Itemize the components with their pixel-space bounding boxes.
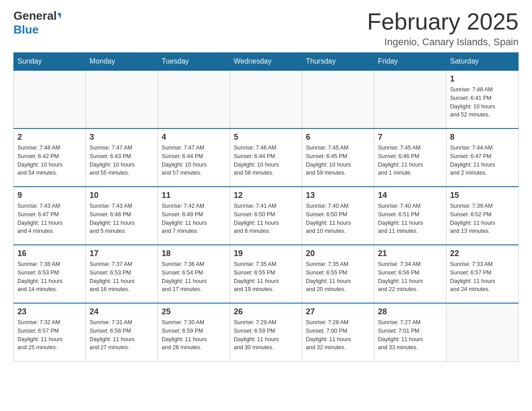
day-info: Sunrise: 7:43 AM Sunset: 6:47 PM Dayligh… bbox=[17, 202, 82, 235]
day-number: 13 bbox=[306, 191, 370, 200]
calendar-week-row: 23Sunrise: 7:32 AM Sunset: 6:57 PM Dayli… bbox=[14, 303, 519, 361]
calendar-cell: 17Sunrise: 7:37 AM Sunset: 6:53 PM Dayli… bbox=[86, 245, 158, 303]
calendar-cell bbox=[302, 70, 374, 128]
title-block: February 2025 Ingenio, Canary Islands, S… bbox=[367, 9, 519, 48]
day-number: 26 bbox=[234, 307, 298, 317]
day-info: Sunrise: 7:42 AM Sunset: 6:49 PM Dayligh… bbox=[162, 202, 226, 235]
day-info: Sunrise: 7:47 AM Sunset: 6:44 PM Dayligh… bbox=[162, 144, 226, 177]
calendar-cell: 9Sunrise: 7:43 AM Sunset: 6:47 PM Daylig… bbox=[14, 187, 86, 245]
day-info: Sunrise: 7:32 AM Sunset: 6:57 PM Dayligh… bbox=[17, 318, 82, 352]
calendar-cell: 15Sunrise: 7:39 AM Sunset: 6:52 PM Dayli… bbox=[446, 187, 519, 245]
day-info: Sunrise: 7:47 AM Sunset: 6:43 PM Dayligh… bbox=[90, 144, 154, 177]
day-info: Sunrise: 7:45 AM Sunset: 6:46 PM Dayligh… bbox=[378, 144, 442, 177]
day-info: Sunrise: 7:37 AM Sunset: 6:53 PM Dayligh… bbox=[90, 260, 154, 294]
weekday-header-wednesday: Wednesday bbox=[230, 53, 302, 71]
day-number: 15 bbox=[450, 191, 515, 200]
calendar-cell: 18Sunrise: 7:36 AM Sunset: 6:54 PM Dayli… bbox=[158, 245, 230, 303]
day-number: 5 bbox=[234, 133, 298, 142]
day-info: Sunrise: 7:40 AM Sunset: 6:51 PM Dayligh… bbox=[378, 202, 442, 235]
calendar-header-row: SundayMondayTuesdayWednesdayThursdayFrid… bbox=[14, 53, 519, 71]
calendar-cell: 6Sunrise: 7:45 AM Sunset: 6:45 PM Daylig… bbox=[302, 128, 374, 187]
calendar-cell: 22Sunrise: 7:33 AM Sunset: 6:57 PM Dayli… bbox=[446, 245, 519, 303]
calendar-cell: 10Sunrise: 7:43 AM Sunset: 6:48 PM Dayli… bbox=[86, 187, 158, 245]
day-number: 6 bbox=[306, 133, 370, 142]
calendar-week-row: 2Sunrise: 7:48 AM Sunset: 6:42 PM Daylig… bbox=[14, 128, 519, 187]
day-info: Sunrise: 7:43 AM Sunset: 6:48 PM Dayligh… bbox=[90, 202, 154, 235]
day-info: Sunrise: 7:35 AM Sunset: 6:55 PM Dayligh… bbox=[306, 260, 370, 294]
calendar-cell: 26Sunrise: 7:29 AM Sunset: 6:59 PM Dayli… bbox=[230, 303, 302, 361]
calendar-cell: 19Sunrise: 7:35 AM Sunset: 6:55 PM Dayli… bbox=[230, 245, 302, 303]
calendar-cell bbox=[446, 303, 519, 361]
calendar-cell: 12Sunrise: 7:41 AM Sunset: 6:50 PM Dayli… bbox=[230, 187, 302, 245]
day-number: 28 bbox=[378, 307, 442, 317]
calendar-cell: 21Sunrise: 7:34 AM Sunset: 6:56 PM Dayli… bbox=[374, 245, 446, 303]
calendar-cell: 24Sunrise: 7:31 AM Sunset: 6:58 PM Dayli… bbox=[86, 303, 158, 361]
day-number: 20 bbox=[306, 249, 370, 258]
day-info: Sunrise: 7:36 AM Sunset: 6:54 PM Dayligh… bbox=[162, 260, 226, 294]
day-number: 7 bbox=[378, 133, 442, 142]
calendar-week-row: 1Sunrise: 7:48 AM Sunset: 6:41 PM Daylig… bbox=[14, 70, 519, 128]
day-info: Sunrise: 7:45 AM Sunset: 6:45 PM Dayligh… bbox=[306, 144, 370, 177]
day-number: 24 bbox=[90, 307, 154, 317]
weekday-header-thursday: Thursday bbox=[302, 53, 374, 71]
day-number: 4 bbox=[162, 133, 226, 142]
calendar-cell: 16Sunrise: 7:38 AM Sunset: 6:53 PM Dayli… bbox=[14, 245, 86, 303]
day-info: Sunrise: 7:38 AM Sunset: 6:53 PM Dayligh… bbox=[17, 260, 82, 294]
calendar-cell bbox=[230, 70, 302, 128]
calendar-week-row: 16Sunrise: 7:38 AM Sunset: 6:53 PM Dayli… bbox=[14, 245, 519, 303]
calendar-cell: 25Sunrise: 7:30 AM Sunset: 6:59 PM Dayli… bbox=[158, 303, 230, 361]
day-info: Sunrise: 7:48 AM Sunset: 6:42 PM Dayligh… bbox=[17, 144, 82, 177]
calendar-cell: 27Sunrise: 7:28 AM Sunset: 7:00 PM Dayli… bbox=[302, 303, 374, 361]
day-info: Sunrise: 7:33 AM Sunset: 6:57 PM Dayligh… bbox=[450, 260, 515, 294]
calendar-cell: 20Sunrise: 7:35 AM Sunset: 6:55 PM Dayli… bbox=[302, 245, 374, 303]
calendar-cell: 3Sunrise: 7:47 AM Sunset: 6:43 PM Daylig… bbox=[86, 128, 158, 187]
day-info: Sunrise: 7:48 AM Sunset: 6:41 PM Dayligh… bbox=[450, 86, 515, 119]
calendar-cell: 4Sunrise: 7:47 AM Sunset: 6:44 PM Daylig… bbox=[158, 128, 230, 187]
day-info: Sunrise: 7:27 AM Sunset: 7:01 PM Dayligh… bbox=[378, 318, 442, 352]
logo-arrow-icon bbox=[57, 13, 61, 19]
day-number: 11 bbox=[162, 191, 226, 200]
calendar-cell bbox=[374, 70, 446, 128]
calendar-cell: 2Sunrise: 7:48 AM Sunset: 6:42 PM Daylig… bbox=[14, 128, 86, 187]
day-info: Sunrise: 7:39 AM Sunset: 6:52 PM Dayligh… bbox=[450, 202, 515, 235]
day-number: 21 bbox=[378, 249, 442, 258]
logo: General Blue bbox=[13, 9, 61, 37]
day-number: 22 bbox=[450, 249, 515, 258]
day-info: Sunrise: 7:44 AM Sunset: 6:47 PM Dayligh… bbox=[450, 144, 515, 177]
page-header: General Blue February 2025 Ingenio, Cana… bbox=[13, 9, 519, 48]
logo-general-text: General bbox=[13, 9, 57, 23]
day-number: 9 bbox=[17, 191, 82, 200]
calendar-cell: 8Sunrise: 7:44 AM Sunset: 6:47 PM Daylig… bbox=[446, 128, 519, 187]
day-number: 17 bbox=[90, 249, 154, 258]
day-number: 25 bbox=[162, 307, 226, 317]
calendar-cell: 11Sunrise: 7:42 AM Sunset: 6:49 PM Dayli… bbox=[158, 187, 230, 245]
day-number: 16 bbox=[17, 249, 82, 258]
calendar-week-row: 9Sunrise: 7:43 AM Sunset: 6:47 PM Daylig… bbox=[14, 187, 519, 245]
calendar-cell: 14Sunrise: 7:40 AM Sunset: 6:51 PM Dayli… bbox=[374, 187, 446, 245]
calendar-cell bbox=[14, 70, 86, 128]
day-info: Sunrise: 7:34 AM Sunset: 6:56 PM Dayligh… bbox=[378, 260, 442, 294]
day-number: 1 bbox=[450, 74, 515, 84]
calendar-cell: 5Sunrise: 7:46 AM Sunset: 6:44 PM Daylig… bbox=[230, 128, 302, 187]
day-info: Sunrise: 7:35 AM Sunset: 6:55 PM Dayligh… bbox=[234, 260, 298, 294]
calendar-cell bbox=[86, 70, 158, 128]
weekday-header-saturday: Saturday bbox=[446, 53, 519, 71]
day-number: 3 bbox=[90, 133, 154, 142]
day-info: Sunrise: 7:46 AM Sunset: 6:44 PM Dayligh… bbox=[234, 144, 298, 177]
day-info: Sunrise: 7:31 AM Sunset: 6:58 PM Dayligh… bbox=[90, 318, 154, 352]
calendar-table: SundayMondayTuesdayWednesdayThursdayFrid… bbox=[13, 52, 519, 362]
calendar-cell bbox=[158, 70, 230, 128]
calendar-cell: 7Sunrise: 7:45 AM Sunset: 6:46 PM Daylig… bbox=[374, 128, 446, 187]
calendar-cell: 1Sunrise: 7:48 AM Sunset: 6:41 PM Daylig… bbox=[446, 70, 519, 128]
day-info: Sunrise: 7:40 AM Sunset: 6:50 PM Dayligh… bbox=[306, 202, 370, 235]
day-info: Sunrise: 7:28 AM Sunset: 7:00 PM Dayligh… bbox=[306, 318, 370, 352]
day-info: Sunrise: 7:41 AM Sunset: 6:50 PM Dayligh… bbox=[234, 202, 298, 235]
day-number: 18 bbox=[162, 249, 226, 258]
day-info: Sunrise: 7:30 AM Sunset: 6:59 PM Dayligh… bbox=[162, 318, 226, 352]
day-number: 2 bbox=[17, 133, 82, 142]
day-number: 12 bbox=[234, 191, 298, 200]
month-title: February 2025 bbox=[367, 9, 519, 34]
day-number: 27 bbox=[306, 307, 370, 317]
logo-blue-text: Blue bbox=[13, 23, 39, 36]
calendar-cell: 13Sunrise: 7:40 AM Sunset: 6:50 PM Dayli… bbox=[302, 187, 374, 245]
